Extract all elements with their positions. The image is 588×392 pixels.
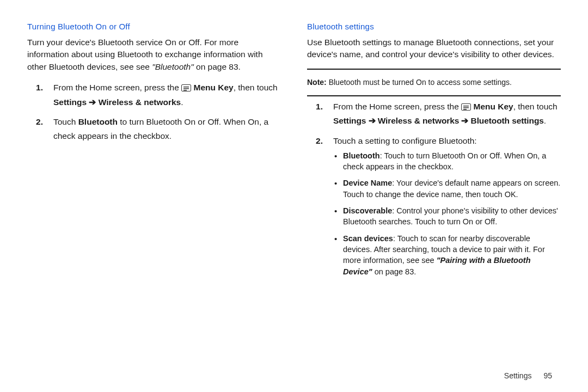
section-heading-right: Bluetooth settings <box>307 22 561 31</box>
cross-reference: "Bluetooth" <box>152 62 194 71</box>
note-label: Note: <box>307 78 327 87</box>
intro-text-post: on page 83. <box>194 62 241 71</box>
chapter-name: Settings <box>504 371 532 380</box>
menu-key-label: Menu Key <box>193 83 233 92</box>
step-text: , then touch <box>513 102 558 111</box>
setting-name: Device Name <box>343 179 392 187</box>
note-text: Bluetooth must be turned On to access so… <box>327 78 512 87</box>
nav-path: Settings ➔ Wireless & networks ➔ Bluetoo… <box>333 116 544 125</box>
nav-path: Settings ➔ Wireless & networks <box>53 97 181 107</box>
step-item: From the Home screen, press the Menu Key… <box>27 81 281 109</box>
menu-key-icon <box>181 84 191 91</box>
intro-paragraph-right: Use Bluetooth settings to manage Bluetoo… <box>307 36 561 61</box>
manual-page: Turning Bluetooth On or Off Turn your de… <box>0 0 588 392</box>
step-item: Touch Bluetooth to turn Bluetooth On or … <box>27 115 281 144</box>
page-number: 95 <box>543 371 552 380</box>
divider <box>307 95 561 96</box>
step-text: Touch a setting to configure Bluetooth: <box>333 136 477 145</box>
setting-desc: on page 83. <box>372 267 416 276</box>
setting-name: Scan devices <box>343 234 393 243</box>
section-heading-left: Turning Bluetooth On or Off <box>27 22 281 31</box>
steps-list-right: From the Home screen, press the Menu Key… <box>307 100 561 277</box>
menu-key-label: Menu Key <box>473 102 513 111</box>
step-text: From the Home screen, press the <box>333 102 461 111</box>
step-text: . <box>544 116 546 125</box>
step-text: From the Home screen, press the <box>53 83 181 92</box>
ui-element-name: Bluetooth <box>78 117 118 126</box>
two-column-layout: Turning Bluetooth On or Off Turn your de… <box>27 22 561 283</box>
step-text: Touch <box>53 117 78 126</box>
list-item: Discoverable: Control your phone's visib… <box>333 205 561 228</box>
step-text: , then touch <box>234 83 278 92</box>
steps-list-left: From the Home screen, press the Menu Key… <box>27 81 281 143</box>
divider <box>307 69 561 70</box>
list-item: Bluetooth: Touch to turn Bluetooth On or… <box>333 150 561 173</box>
intro-paragraph-left: Turn your device's Bluetooth service On … <box>27 36 281 73</box>
page-footer: Settings95 <box>504 371 552 380</box>
step-item: From the Home screen, press the Menu Key… <box>307 100 561 128</box>
list-item: Device Name: Your device's default name … <box>333 177 561 200</box>
setting-name: Bluetooth <box>343 151 380 160</box>
bullet-list: Bluetooth: Touch to turn Bluetooth On or… <box>333 150 561 277</box>
left-column: Turning Bluetooth On or Off Turn your de… <box>27 22 281 283</box>
right-column: Bluetooth settings Use Bluetooth setting… <box>307 22 561 283</box>
note: Note: Bluetooth must be turned On to acc… <box>307 77 561 88</box>
list-item: Scan devices: Touch to scan for nearby d… <box>333 233 561 277</box>
step-item: Touch a setting to configure Bluetooth: … <box>307 134 561 277</box>
step-text: . <box>181 97 183 107</box>
setting-name: Discoverable <box>343 206 392 215</box>
menu-key-icon <box>461 103 471 111</box>
